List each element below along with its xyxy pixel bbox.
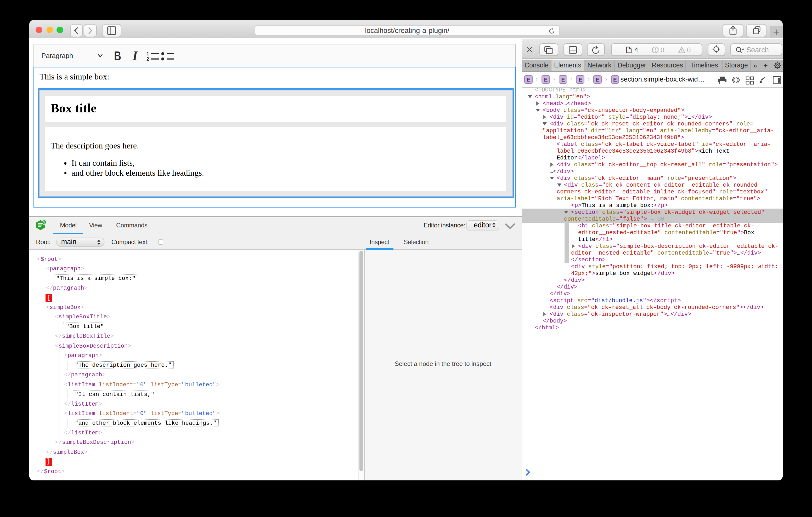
svg-text:2: 2: [146, 57, 149, 61]
svg-text:1: 1: [146, 51, 149, 57]
svg-text:5: 5: [43, 220, 45, 224]
